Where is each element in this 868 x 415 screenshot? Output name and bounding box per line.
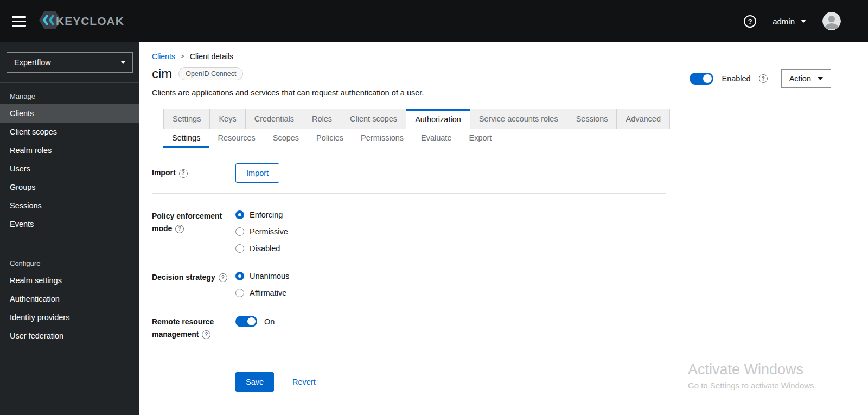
- protocol-badge: OpenID Connect: [178, 67, 243, 80]
- tab-sessions[interactable]: Sessions: [567, 109, 617, 129]
- breadcrumb: Clients > Client details: [139, 42, 868, 61]
- action-dropdown-button[interactable]: Action: [781, 69, 831, 88]
- form-actions: Save Revert: [152, 372, 868, 392]
- enabled-toggle-label: Enabled: [722, 74, 750, 83]
- radio-button-icon: [235, 210, 244, 219]
- nav-group-title: Manage: [0, 87, 139, 104]
- decision-strategy-label: Decision strategy?: [152, 271, 235, 284]
- remote-resource-management-row: Remote resource management? On: [152, 316, 868, 341]
- client-tabs: Settings Keys Credentials Roles Client s…: [139, 109, 868, 129]
- nav-group-title: Configure: [0, 254, 139, 271]
- tab-keys[interactable]: Keys: [210, 109, 245, 129]
- help-icon[interactable]: ?: [175, 225, 184, 233]
- authorization-subtabs: Settings Resources Scopes Policies Permi…: [139, 129, 868, 148]
- chevron-down-icon: [801, 20, 806, 23]
- sidebar-item-events[interactable]: Events: [0, 215, 139, 233]
- policy-enforcement-mode-label: Policy enforcement mode?: [152, 210, 235, 235]
- page-title: cim: [152, 66, 172, 81]
- tab-advanced[interactable]: Advanced: [617, 109, 670, 129]
- radio-permissive[interactable]: Permissive: [235, 227, 288, 236]
- sidebar: Expertflow Manage Clients Client scopes …: [0, 42, 139, 415]
- radio-enforcing[interactable]: Enforcing: [235, 210, 288, 219]
- breadcrumb-clients-link[interactable]: Clients: [152, 52, 175, 61]
- breadcrumb-current: Client details: [190, 52, 233, 61]
- radio-button-icon: [235, 272, 244, 280]
- subtab-permissions[interactable]: Permissions: [352, 129, 412, 148]
- tab-settings[interactable]: Settings: [163, 109, 210, 129]
- hamburger-menu-icon[interactable]: [12, 16, 26, 27]
- save-button[interactable]: Save: [235, 372, 274, 392]
- policy-enforcement-mode-options: Enforcing Permissive Disabled: [235, 210, 288, 253]
- masthead: KEYCLOAK ? admin: [0, 0, 868, 42]
- main-content: Clients > Client details cim OpenID Conn…: [139, 42, 868, 415]
- username: admin: [773, 17, 795, 26]
- sidebar-item-users[interactable]: Users: [0, 159, 139, 178]
- policy-enforcement-mode-row: Policy enforcement mode? Enforcing Permi…: [152, 210, 868, 253]
- breadcrumb-separator: >: [181, 53, 184, 60]
- help-icon[interactable]: ?: [759, 74, 768, 83]
- revert-link[interactable]: Revert: [292, 378, 316, 386]
- decision-strategy-row: Decision strategy? Unanimous Affirmative: [152, 271, 868, 297]
- help-icon[interactable]: ?: [179, 169, 188, 178]
- client-header: cim OpenID Connect Clients are applicati…: [139, 61, 868, 97]
- tab-credentials[interactable]: Credentials: [246, 109, 303, 129]
- decision-strategy-options: Unanimous Affirmative: [235, 271, 289, 297]
- masthead-right: ? admin: [744, 12, 841, 30]
- sidebar-item-user-federation[interactable]: User federation: [0, 327, 139, 345]
- toggle-state-label: On: [264, 317, 275, 326]
- divider: [152, 193, 666, 194]
- subtab-evaluate[interactable]: Evaluate: [412, 129, 460, 148]
- enabled-toggle[interactable]: [690, 73, 713, 85]
- realm-selector[interactable]: Expertflow: [7, 52, 133, 73]
- keycloak-logo[interactable]: KEYCLOAK: [39, 10, 124, 32]
- radio-affirmative[interactable]: Affirmative: [235, 289, 289, 297]
- sidebar-item-sessions[interactable]: Sessions: [0, 196, 139, 215]
- tab-roles[interactable]: Roles: [303, 109, 341, 129]
- remote-resource-management-toggle[interactable]: [235, 316, 257, 327]
- nav-group-manage: Manage Clients Client scopes Realm roles…: [0, 82, 139, 233]
- subtab-export[interactable]: Export: [460, 129, 500, 148]
- tab-authorization[interactable]: Authorization: [406, 109, 470, 129]
- client-description: Clients are applications and services th…: [152, 88, 424, 97]
- import-button[interactable]: Import: [235, 163, 279, 183]
- action-dropdown-label: Action: [789, 74, 811, 83]
- radio-unanimous[interactable]: Unanimous: [235, 272, 289, 280]
- sidebar-item-realm-roles[interactable]: Realm roles: [0, 141, 139, 159]
- radio-disabled[interactable]: Disabled: [235, 244, 288, 253]
- sidebar-item-realm-settings[interactable]: Realm settings: [0, 271, 139, 290]
- authorization-settings-form: Import? Import Policy enforcement mode? …: [139, 148, 868, 392]
- subtab-scopes[interactable]: Scopes: [264, 129, 308, 148]
- header-controls: Enabled ? Action: [690, 69, 831, 88]
- keycloak-admin-console: KEYCLOAK ? admin Expertflow Manage Clien…: [0, 0, 868, 415]
- nav-group-configure: Configure Realm settings Authentication …: [0, 250, 139, 345]
- sidebar-item-authentication[interactable]: Authentication: [0, 290, 139, 308]
- realm-selector-value: Expertflow: [14, 58, 51, 67]
- tab-client-scopes[interactable]: Client scopes: [341, 109, 406, 129]
- radio-button-icon: [235, 289, 244, 297]
- subtab-policies[interactable]: Policies: [308, 129, 352, 148]
- help-icon[interactable]: ?: [219, 273, 227, 282]
- keycloak-logo-text: KEYCLOAK: [56, 15, 124, 28]
- subtab-resources[interactable]: Resources: [209, 129, 264, 148]
- import-field-row: Import? Import: [152, 163, 868, 183]
- tab-service-accounts-roles[interactable]: Service accounts roles: [470, 109, 567, 129]
- radio-button-icon: [235, 244, 244, 253]
- chevron-down-icon: [121, 61, 125, 64]
- subtab-settings[interactable]: Settings: [163, 129, 209, 148]
- sidebar-item-identity-providers[interactable]: Identity providers: [0, 308, 139, 327]
- user-dropdown[interactable]: admin: [773, 17, 806, 26]
- import-field-label: Import?: [152, 167, 235, 179]
- chevron-down-icon: [818, 77, 823, 80]
- sidebar-item-clients[interactable]: Clients: [0, 104, 139, 123]
- help-icon[interactable]: ?: [744, 15, 756, 28]
- avatar[interactable]: [822, 12, 841, 30]
- sidebar-item-client-scopes[interactable]: Client scopes: [0, 123, 139, 141]
- remote-resource-management-label: Remote resource management?: [152, 316, 235, 341]
- radio-button-icon: [235, 227, 244, 236]
- help-icon[interactable]: ?: [202, 330, 210, 339]
- sidebar-item-groups[interactable]: Groups: [0, 178, 139, 196]
